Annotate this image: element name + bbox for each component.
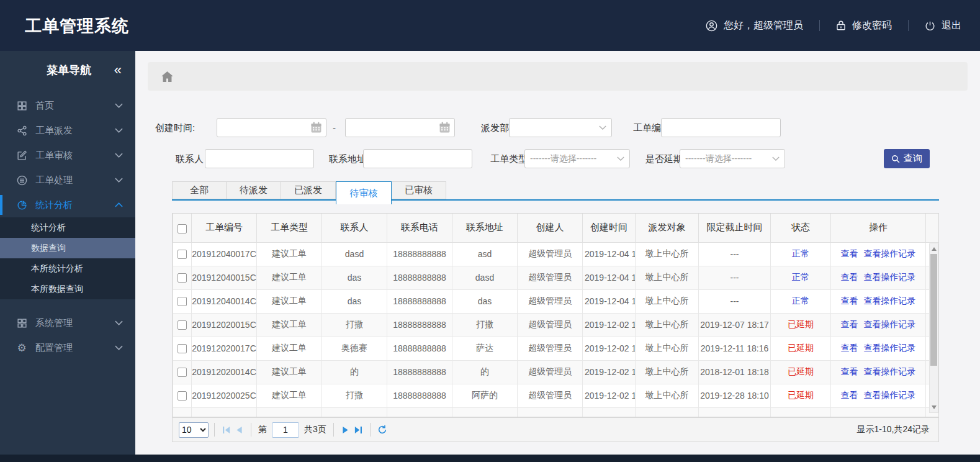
date-to-field[interactable]: [345, 118, 455, 137]
cell-created: 2019-12-02 17: [583, 337, 636, 360]
change-password-button[interactable]: 修改密码: [836, 19, 892, 32]
address-field[interactable]: [363, 149, 472, 168]
view-log-link[interactable]: 查看操作记录: [864, 248, 916, 258]
sidebar-item-system[interactable]: 系统管理: [0, 310, 135, 335]
work-order-table: 工单编号 工单类型 联系人 联系电话 联系地址 创建人 创建时间 派发对象 限定…: [172, 213, 939, 417]
cell-type: 建议工单: [257, 337, 322, 360]
cell-status: 已延期: [771, 337, 831, 360]
view-link[interactable]: 查看: [841, 390, 858, 400]
col-type: 工单类型: [257, 214, 322, 242]
logout-button[interactable]: 退出: [925, 19, 961, 32]
submenu-item-local-statistics[interactable]: 本所统计分析: [0, 258, 135, 279]
scrollbar-thumb[interactable]: [930, 254, 937, 366]
row-checkbox[interactable]: [178, 391, 187, 401]
status-badge: 正常: [792, 296, 809, 306]
delay-select[interactable]: -------请选择-------: [680, 149, 785, 168]
pagination-bar: 10 第 共3页 显示1-10,共24记录: [172, 417, 939, 442]
sidebar-item-home[interactable]: 首页: [0, 93, 135, 118]
scroll-down-arrow-icon[interactable]: [932, 405, 937, 409]
table-row: 201912040015C建议工单das18888888888dasd超级管理员…: [173, 266, 939, 289]
contact-field[interactable]: [205, 149, 314, 168]
scroll-up-arrow-icon[interactable]: [932, 247, 937, 251]
chevron-up-icon: [115, 202, 123, 207]
bottom-strip: [0, 455, 980, 462]
view-log-link[interactable]: 查看操作记录: [864, 343, 916, 353]
table-row: 201912040014C建议工单das18888888888das超级管理员2…: [173, 289, 939, 313]
row-checkbox[interactable]: [178, 273, 187, 283]
status-tabs: 全部 待派发 已派发 待审核 已审核: [172, 181, 446, 204]
page-size-select[interactable]: 10: [179, 422, 209, 438]
page-prefix-label: 第: [258, 424, 267, 435]
cell-order-no: 201912040015C: [192, 266, 257, 289]
view-log-link[interactable]: 查看操作记录: [864, 390, 916, 400]
pie-icon: [16, 200, 27, 211]
tab-pending-review[interactable]: 待审核: [336, 181, 392, 204]
row-select-cell: [173, 313, 192, 337]
address-input[interactable]: [364, 150, 472, 168]
date-from-input[interactable]: [217, 119, 326, 137]
refresh-icon[interactable]: [376, 423, 389, 437]
home-icon[interactable]: [161, 71, 173, 82]
view-link[interactable]: 查看: [841, 296, 858, 306]
user-icon: [706, 20, 717, 32]
select-all-checkbox[interactable]: [178, 224, 187, 233]
contact-input[interactable]: [205, 150, 313, 168]
date-from-field[interactable]: [217, 118, 326, 137]
chevron-down-icon: [115, 153, 123, 158]
view-log-link[interactable]: 查看操作记录: [864, 296, 916, 306]
submenu-item-local-data-query[interactable]: 本所数据查询: [0, 279, 135, 299]
cell-target: 墩上中心所: [636, 242, 699, 266]
sidebar-item-statistics[interactable]: 统计分析: [0, 192, 135, 217]
cell-actions: 查看查看操作记录: [831, 360, 926, 384]
tab-all[interactable]: 全部: [172, 181, 227, 199]
sidebar-item-process[interactable]: 工单处理: [0, 168, 135, 192]
view-link[interactable]: 查看: [841, 248, 858, 258]
collapse-sidebar-icon[interactable]: «: [114, 63, 122, 77]
cell-order-no: 201912040014C: [192, 289, 257, 313]
view-link[interactable]: 查看: [841, 343, 858, 353]
tab-dispatched[interactable]: 已派发: [281, 181, 336, 199]
view-link[interactable]: 查看: [841, 319, 858, 329]
row-checkbox[interactable]: [178, 297, 187, 306]
view-log-link[interactable]: 查看操作记录: [864, 272, 916, 282]
cell-created: 2019-12-02 17: [583, 384, 636, 407]
cell-creator: 超级管理员: [518, 289, 583, 313]
user-greeting[interactable]: 您好，超级管理员: [706, 19, 803, 32]
search-button[interactable]: 查询: [884, 149, 930, 168]
cell-address: 打撒: [452, 313, 518, 337]
prev-page-icon[interactable]: [233, 423, 245, 437]
row-checkbox[interactable]: [178, 250, 187, 259]
tab-pending-dispatch[interactable]: 待派发: [227, 181, 281, 199]
order-type-select[interactable]: -------请选择-------: [524, 149, 630, 168]
tab-reviewed[interactable]: 已审核: [392, 181, 446, 199]
row-checkbox[interactable]: [178, 368, 187, 377]
sidebar-item-review[interactable]: 工单审核: [0, 143, 135, 168]
row-checkbox[interactable]: [178, 320, 187, 330]
calendar-icon[interactable]: [439, 122, 451, 134]
sidebar-item-config[interactable]: ⚙ 配置管理: [0, 335, 135, 360]
view-link[interactable]: 查看: [841, 366, 858, 376]
submenu-item-data-query[interactable]: 数据查询: [0, 238, 135, 258]
pager-divider: [251, 423, 251, 437]
cell-empty: [831, 407, 926, 417]
table-scrollbar[interactable]: [929, 243, 938, 413]
chevron-down-icon: [115, 178, 123, 183]
view-log-link[interactable]: 查看操作记录: [864, 319, 916, 329]
date-to-input[interactable]: [346, 119, 454, 137]
view-log-link[interactable]: 查看操作记录: [864, 366, 916, 376]
sidebar-item-dispatch[interactable]: 工单派发: [0, 118, 135, 143]
next-page-icon[interactable]: [339, 423, 352, 437]
total-pages-label: 共3页: [304, 424, 326, 435]
order-no-field[interactable]: [661, 118, 781, 137]
first-page-icon[interactable]: [220, 423, 233, 437]
last-page-icon[interactable]: [352, 423, 364, 437]
sidebar-item-label: 系统管理: [35, 317, 73, 329]
calendar-icon[interactable]: [310, 122, 322, 134]
row-checkbox[interactable]: [178, 344, 187, 353]
page-number-input[interactable]: [272, 422, 299, 438]
depart-select[interactable]: [509, 118, 612, 137]
view-link[interactable]: 查看: [841, 272, 858, 282]
cell-deadline: ---: [699, 242, 771, 266]
submenu-item-statistics[interactable]: 统计分析: [0, 217, 135, 238]
order-no-input[interactable]: [662, 119, 780, 137]
